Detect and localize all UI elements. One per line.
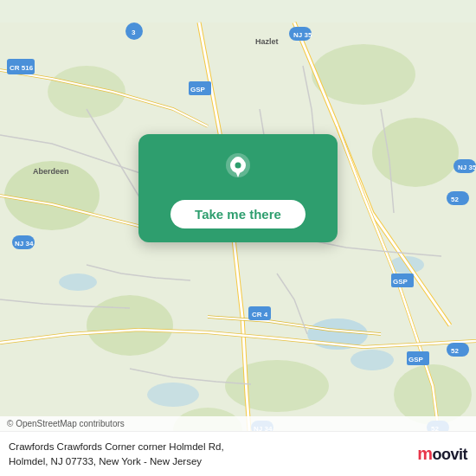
moovit-wordmark: moovit xyxy=(417,444,467,464)
svg-text:NJ 34: NJ 34 xyxy=(15,240,34,248)
svg-text:GSP: GSP xyxy=(190,86,206,93)
svg-point-4 xyxy=(147,383,199,407)
attribution-text: © OpenStreetMap contributors xyxy=(7,419,125,428)
svg-point-7 xyxy=(87,295,173,356)
svg-text:GSP: GSP xyxy=(408,356,424,363)
svg-point-9 xyxy=(372,118,459,187)
svg-text:Aberdeen: Aberdeen xyxy=(33,167,69,176)
svg-point-8 xyxy=(225,360,329,412)
svg-text:52: 52 xyxy=(451,196,459,203)
location-pin-icon xyxy=(219,150,257,188)
svg-text:CR 4: CR 4 xyxy=(252,311,268,318)
address-text: Crawfords Crawfords Corner corner Holmde… xyxy=(9,440,408,467)
cta-card: Take me there xyxy=(138,134,338,242)
svg-text:3: 3 xyxy=(132,29,136,36)
svg-text:52: 52 xyxy=(451,347,459,355)
take-me-there-button[interactable]: Take me there xyxy=(170,200,306,228)
svg-text:Hazlet: Hazlet xyxy=(255,37,279,46)
svg-text:NJ 35: NJ 35 xyxy=(458,164,476,171)
bottom-bar: Crawfords Crawfords Corner corner Holmde… xyxy=(0,431,476,476)
svg-text:CR 516: CR 516 xyxy=(10,64,34,72)
svg-point-3 xyxy=(59,273,97,291)
svg-point-45 xyxy=(235,163,241,169)
svg-text:NJ 35: NJ 35 xyxy=(293,31,312,39)
svg-text:GSP: GSP xyxy=(393,278,408,286)
moovit-text: oovit xyxy=(433,446,468,463)
attribution-bar: © OpenStreetMap contributors xyxy=(0,416,476,431)
svg-point-2 xyxy=(351,350,394,370)
address-line1: Crawfords Crawfords Corner corner Holmde… xyxy=(9,441,224,452)
map-container: Aberdeen Hazlet CR 516 NJ 35 NJ 35 GSP G… xyxy=(0,0,476,476)
address-line2: Holmdel, NJ 07733, New York - New Jersey xyxy=(9,456,202,466)
moovit-logo: moovit xyxy=(417,444,467,464)
moovit-m-icon: m xyxy=(417,444,432,463)
svg-point-10 xyxy=(312,44,415,105)
